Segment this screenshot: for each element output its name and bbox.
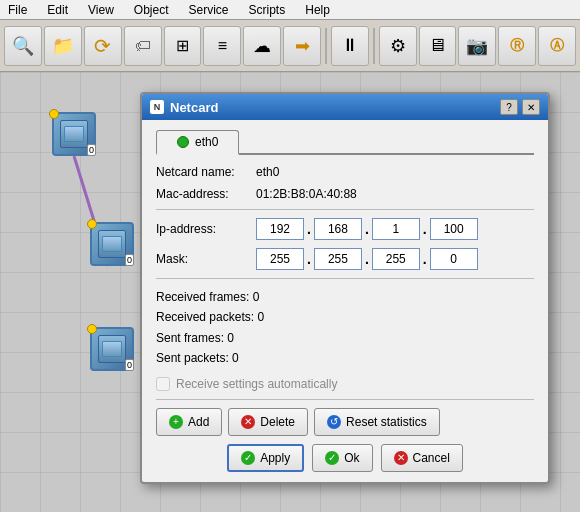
ip-octet-4[interactable] [430, 218, 478, 240]
ip-dot-3: . [423, 221, 427, 237]
cancel-icon: ✕ [394, 451, 408, 465]
dialog-overlay: N Netcard ? ✕ eth0 Netcard name: eth0 [0, 0, 580, 512]
sent-packets: Sent packets: 0 [156, 348, 534, 368]
dialog-controls: ? ✕ [500, 99, 540, 115]
mac-address-label: Mac-address: [156, 187, 256, 201]
mask-group: . . . [256, 248, 478, 270]
dialog-title-icon: N [150, 100, 164, 114]
mask-dot-2: . [365, 251, 369, 267]
sent-frames: Sent frames: 0 [156, 328, 534, 348]
netcard-dialog: N Netcard ? ✕ eth0 Netcard name: eth0 [140, 92, 550, 484]
received-frames: Received frames: 0 [156, 287, 534, 307]
ip-address-row: Ip-address: . . . [156, 218, 534, 240]
mask-row: Mask: . . . [156, 248, 534, 270]
tab-indicator [177, 136, 189, 148]
close-button[interactable]: ✕ [522, 99, 540, 115]
ip-address-label: Ip-address: [156, 222, 256, 236]
dialog-titlebar: N Netcard ? ✕ [142, 94, 548, 120]
tab-bar: eth0 [156, 130, 534, 155]
apply-icon: ✓ [241, 451, 255, 465]
netcard-name-row: Netcard name: eth0 [156, 165, 534, 179]
dialog-body: eth0 Netcard name: eth0 Mac-address: 01:… [142, 120, 548, 482]
ip-dot-2: . [365, 221, 369, 237]
ip-dot-1: . [307, 221, 311, 237]
help-button[interactable]: ? [500, 99, 518, 115]
reset-statistics-button[interactable]: ↺ Reset statistics [314, 408, 440, 436]
mask-label: Mask: [156, 252, 256, 266]
apply-button[interactable]: ✓ Apply [227, 444, 304, 472]
add-button[interactable]: + Add [156, 408, 222, 436]
netcard-name-label: Netcard name: [156, 165, 256, 179]
mask-octet-1[interactable] [256, 248, 304, 270]
ip-octet-2[interactable] [314, 218, 362, 240]
mask-octet-3[interactable] [372, 248, 420, 270]
auto-settings-checkbox[interactable] [156, 377, 170, 391]
netcard-name-value: eth0 [256, 165, 279, 179]
mac-address-value: 01:2B:B8:0A:40:88 [256, 187, 357, 201]
mask-octet-4[interactable] [430, 248, 478, 270]
add-icon: + [169, 415, 183, 429]
reset-icon: ↺ [327, 415, 341, 429]
divider1 [156, 209, 534, 210]
auto-settings-label: Receive settings automatically [176, 377, 337, 391]
mask-octet-2[interactable] [314, 248, 362, 270]
tab-eth0[interactable]: eth0 [156, 130, 239, 155]
delete-icon: ✕ [241, 415, 255, 429]
delete-button[interactable]: ✕ Delete [228, 408, 308, 436]
divider2 [156, 278, 534, 279]
stats-block: Received frames: 0 Received packets: 0 S… [156, 287, 534, 369]
top-button-row: + Add ✕ Delete ↺ Reset statistics [156, 408, 534, 436]
ip-octet-1[interactable] [256, 218, 304, 240]
auto-settings-row: Receive settings automatically [156, 377, 534, 391]
bottom-button-row: ✓ Apply ✓ Ok ✕ Cancel [156, 444, 534, 472]
cancel-button[interactable]: ✕ Cancel [381, 444, 463, 472]
divider3 [156, 399, 534, 400]
ip-octet-3[interactable] [372, 218, 420, 240]
mask-dot-3: . [423, 251, 427, 267]
mac-address-row: Mac-address: 01:2B:B8:0A:40:88 [156, 187, 534, 201]
mask-dot-1: . [307, 251, 311, 267]
ip-address-group: . . . [256, 218, 478, 240]
dialog-title: N Netcard [150, 100, 218, 115]
ok-icon: ✓ [325, 451, 339, 465]
ok-button[interactable]: ✓ Ok [312, 444, 372, 472]
received-packets: Received packets: 0 [156, 307, 534, 327]
